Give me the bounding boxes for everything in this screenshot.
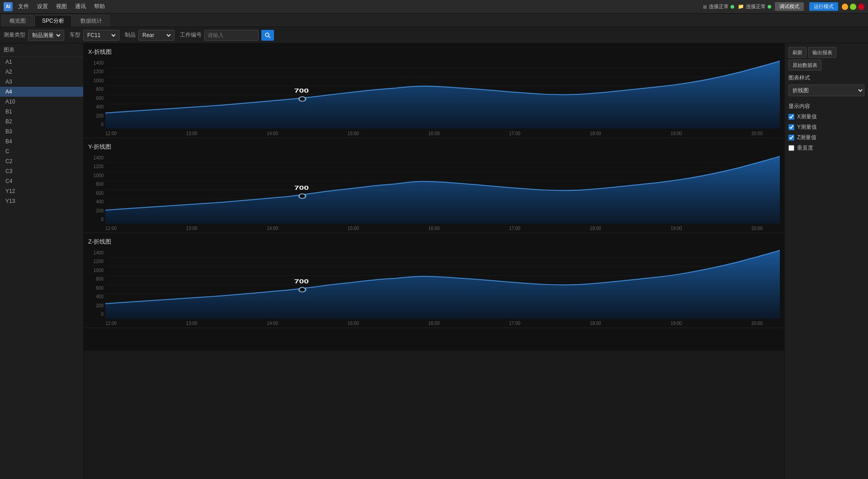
checkbox-x-measure[interactable]: X测量值: [788, 113, 864, 121]
sidebar-item-c2[interactable]: C2: [0, 156, 83, 166]
close-button[interactable]: [858, 4, 864, 10]
sidebar-item-c3[interactable]: C3: [0, 166, 83, 176]
x-data-point: [299, 97, 306, 101]
car-type-dropdown[interactable]: FC11: [85, 32, 117, 39]
run-mode-button[interactable]: 运行模式: [809, 2, 838, 11]
sidebar: 图表 A1 A2 A3 A4 A10 B1 B2 B3 B4 C C2 C3 C…: [0, 43, 84, 479]
chart-style-select[interactable]: 折线图: [788, 85, 864, 96]
menu-settings[interactable]: 设置: [33, 2, 52, 11]
z-y-label-0: 0: [88, 312, 105, 317]
sidebar-item-b1[interactable]: B1: [0, 107, 83, 117]
z-time-2000: 20:00: [751, 321, 763, 326]
tab-spc[interactable]: SPC分析: [34, 15, 72, 27]
sidebar-item-a1[interactable]: A1: [0, 57, 83, 67]
y-time-1600: 16:00: [428, 226, 439, 231]
x-time-2000: 20:00: [751, 131, 763, 136]
sidebar-item-b3[interactable]: B3: [0, 127, 83, 136]
sidebar-item-a3[interactable]: A3: [0, 77, 83, 87]
menu-comms[interactable]: 通讯: [71, 2, 90, 11]
x-y-axis: 1400 1200 1000 800 600 400 200 0: [88, 59, 105, 130]
x-y-label-1400: 1400: [88, 61, 105, 66]
sidebar-item-a2[interactable]: A2: [0, 67, 83, 77]
connection-icon-1: 🖥: [702, 4, 707, 9]
work-order-input[interactable]: [204, 30, 259, 41]
y-chart-panel: Y-折线图 1400 1200 1000 800 600 400 200 0: [84, 138, 784, 233]
x-chart-svg: 700: [105, 59, 780, 129]
z-y-label-200: 200: [88, 303, 105, 308]
x-time-1200: 12:00: [105, 131, 117, 136]
measure-type-select[interactable]: 制品测量: [28, 30, 64, 41]
x-time-1800: 18:00: [590, 131, 601, 136]
sidebar-item-c4[interactable]: C4: [0, 176, 83, 186]
connection-status-1: 🖥 连接正常: [702, 3, 734, 10]
x-y-label-1000: 1000: [88, 78, 105, 83]
y-y-label-1400: 1400: [88, 155, 105, 160]
menu-file[interactable]: 文件: [14, 2, 33, 11]
tab-overview[interactable]: 概览图: [2, 15, 33, 27]
x-y-label-600: 600: [88, 96, 105, 101]
checkbox-vertical[interactable]: 垂直度: [788, 144, 864, 152]
y-time-1300: 13:00: [186, 226, 198, 231]
z-y-label-1200: 1200: [88, 259, 105, 264]
measure-type-dropdown[interactable]: 制品测量: [30, 32, 62, 39]
z-time-1500: 15:00: [348, 321, 359, 326]
export-report-button[interactable]: 输出报表: [808, 47, 836, 58]
z-chart-panel: Z-折线图 1400 1200 1000 800 600 400 200 0: [84, 233, 784, 328]
sidebar-item-y12[interactable]: Y12: [0, 186, 83, 196]
refresh-button[interactable]: 刷新: [788, 47, 807, 58]
checkbox-x-input[interactable]: [788, 114, 794, 120]
y-y-label-1000: 1000: [88, 173, 105, 178]
menu-help[interactable]: 帮助: [90, 2, 108, 11]
x-time-1900: 19:00: [670, 131, 682, 136]
checkbox-z-input[interactable]: [788, 135, 794, 141]
toolbar: 测量类型 制品测量 车型 FC11 制品 Rear 工件编号: [0, 27, 868, 43]
tab-stats[interactable]: 数据统计: [73, 15, 110, 27]
checkbox-y-input[interactable]: [788, 124, 794, 130]
maximize-button[interactable]: [850, 4, 856, 10]
checkbox-x-label: X测量值: [797, 113, 817, 121]
y-y-label-200: 200: [88, 208, 105, 213]
sidebar-item-a4[interactable]: A4: [0, 87, 83, 97]
z-time-1200: 12:00: [105, 321, 117, 326]
checkbox-z-measure[interactable]: Z测量值: [788, 134, 864, 141]
sidebar-item-a10[interactable]: A10: [0, 97, 83, 107]
sidebar-item-y13[interactable]: Y13: [0, 196, 83, 206]
product-label: 制品: [125, 31, 136, 39]
sidebar-item-b2[interactable]: B2: [0, 117, 83, 127]
x-y-label-200: 200: [88, 113, 105, 118]
z-time-1600: 16:00: [428, 321, 439, 326]
main-area: 图表 A1 A2 A3 A4 A10 B1 B2 B3 B4 C C2 C3 C…: [0, 43, 868, 479]
checkbox-vertical-input[interactable]: [788, 145, 794, 151]
measure-type-label: 测量类型: [4, 31, 25, 39]
x-chart-title: X-折线图: [88, 48, 780, 56]
menu-bar: 文件 设置 视图 通讯 帮助: [14, 2, 108, 11]
right-panel: 刷新 输出报表 原始数据表 图表样式 折线图 显示内容 X测量值 Y测量值 Z测…: [784, 43, 868, 479]
title-bar: AI 文件 设置 视图 通讯 帮助 🖥 连接正常 📁 连接正常 调试模式 运行模…: [0, 0, 868, 14]
y-y-axis: 1400 1200 1000 800 600 400 200 0: [88, 154, 105, 225]
sidebar-item-c[interactable]: C: [0, 146, 83, 156]
minimize-button[interactable]: [842, 4, 848, 10]
y-y-label-400: 400: [88, 199, 105, 204]
y-chart-svg: 700: [105, 154, 780, 224]
debug-mode-button[interactable]: 调试模式: [775, 2, 804, 11]
chart-style-label: 图表样式: [788, 74, 864, 82]
product-select[interactable]: Rear: [138, 30, 175, 41]
y-chart-title: Y-折线图: [88, 143, 780, 151]
raw-data-button[interactable]: 原始数据表: [788, 60, 821, 70]
y-time-1500: 15:00: [348, 226, 359, 231]
y-y-label-1200: 1200: [88, 164, 105, 169]
checkbox-z-label: Z测量值: [797, 134, 816, 141]
search-button[interactable]: [261, 30, 274, 41]
sidebar-item-b4[interactable]: B4: [0, 136, 83, 146]
bottom-spacer: [84, 328, 784, 351]
x-chart-panel: X-折线图 1400 1200 1000 800 600 400 200 0: [84, 43, 784, 138]
menu-view[interactable]: 视图: [52, 2, 71, 11]
product-dropdown[interactable]: Rear: [141, 32, 172, 39]
x-time-1600: 16:00: [428, 131, 439, 136]
checkbox-y-measure[interactable]: Y测量值: [788, 123, 864, 131]
car-type-select[interactable]: FC11: [83, 30, 119, 41]
title-bar-left: AI 文件 设置 视图 通讯 帮助: [4, 2, 108, 11]
app-icon: AI: [4, 2, 13, 11]
x-time-1500: 15:00: [348, 131, 359, 136]
y-y-label-600: 600: [88, 191, 105, 196]
